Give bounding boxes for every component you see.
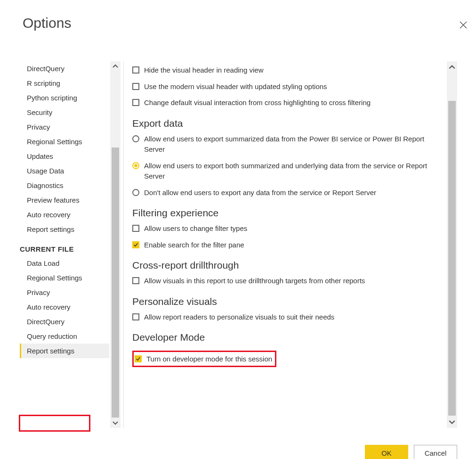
export-option-summarized[interactable]: Allow end users to export summarized dat…	[132, 134, 444, 155]
checkmark-icon	[133, 242, 138, 248]
sidebar-item-regional-settings-file[interactable]: Regional Settings	[20, 270, 109, 285]
sidebar-item-r-scripting[interactable]: R scripting	[20, 76, 109, 90]
cancel-button[interactable]: Cancel	[414, 445, 457, 459]
sidebar-item-python-scripting[interactable]: Python scripting	[20, 90, 109, 105]
checkbox[interactable]	[132, 225, 139, 232]
option-personalize-visuals[interactable]: Allow report readers to personalize visu…	[132, 312, 444, 323]
sidebar-scroll: DirectQuery R scripting Python scripting…	[20, 61, 121, 428]
option-cross-filtering[interactable]: Change default visual interaction from c…	[132, 98, 444, 108]
sidebar-scroll-up[interactable]	[110, 61, 121, 72]
sidebar-item-regional-settings[interactable]: Regional Settings	[20, 134, 109, 149]
option-label: Don't allow end users to export any data…	[144, 188, 376, 198]
sidebar-scroll-down[interactable]	[110, 418, 121, 428]
dialog-footer: OK Cancel	[365, 445, 457, 459]
ok-button[interactable]: OK	[365, 445, 408, 459]
radio[interactable]	[132, 189, 139, 196]
close-icon	[459, 21, 468, 29]
section-filtering: Filtering experience	[132, 207, 444, 219]
sidebar-scroll-thumb[interactable]	[112, 148, 119, 418]
option-label: Turn on developer mode for this session	[146, 354, 272, 365]
chevron-up-icon	[112, 63, 119, 70]
close-button[interactable]	[459, 21, 468, 31]
sidebar: DirectQuery R scripting Python scripting…	[20, 61, 121, 428]
section-drillthrough: Cross-report drillthrough	[132, 260, 444, 271]
highlight-developer-mode: Turn on developer mode for this session	[132, 351, 276, 367]
sidebar-item-directquery[interactable]: DirectQuery	[20, 61, 109, 76]
sidebar-item-auto-recovery[interactable]: Auto recovery	[20, 207, 109, 222]
checkbox[interactable]	[132, 83, 139, 90]
sidebar-item-privacy[interactable]: Privacy	[20, 120, 109, 134]
sidebar-item-privacy-file[interactable]: Privacy	[20, 285, 109, 300]
option-hide-visual-header[interactable]: Hide the visual header in reading view	[132, 65, 444, 76]
option-enable-search-filter[interactable]: Enable search for the filter pane	[132, 240, 444, 251]
vertical-divider	[123, 61, 124, 428]
sidebar-item-security[interactable]: Security	[20, 105, 109, 120]
section-developer-mode: Developer Mode	[132, 332, 444, 343]
main-scrollbar[interactable]	[447, 61, 457, 428]
dialog-body: DirectQuery R scripting Python scripting…	[20, 61, 457, 428]
main-scroll-down[interactable]	[447, 416, 457, 428]
sidebar-item-report-settings-global[interactable]: Report settings	[20, 222, 109, 237]
dialog-title: Options	[23, 15, 476, 31]
sidebar-item-data-load[interactable]: Data Load	[20, 256, 109, 270]
checkbox[interactable]	[132, 99, 139, 106]
sidebar-item-auto-recovery-file[interactable]: Auto recovery	[20, 300, 109, 314]
sidebar-item-usage-data[interactable]: Usage Data	[20, 164, 109, 178]
main-scroll-up[interactable]	[447, 61, 457, 74]
option-label: Allow visuals in this report to use dril…	[144, 276, 365, 287]
chevron-down-icon	[448, 418, 456, 426]
main-panel: Hide the visual header in reading view U…	[132, 61, 457, 428]
export-option-none[interactable]: Don't allow end users to export any data…	[132, 188, 444, 198]
checkbox[interactable]	[132, 313, 139, 320]
sidebar-item-diagnostics[interactable]: Diagnostics	[20, 178, 109, 193]
option-allow-change-filter[interactable]: Allow users to change filter types	[132, 223, 444, 234]
sidebar-scrollbar[interactable]	[110, 61, 121, 428]
option-label: Use the modern visual header with update…	[144, 82, 327, 92]
checkbox[interactable]	[132, 241, 139, 248]
sidebar-item-report-settings-file[interactable]: Report settings	[20, 344, 109, 358]
option-label: Change default visual interaction from c…	[144, 98, 371, 108]
option-label: Hide the visual header in reading view	[144, 65, 263, 76]
sidebar-item-query-reduction[interactable]: Query reduction	[20, 329, 109, 344]
option-modern-visual-header[interactable]: Use the modern visual header with update…	[132, 82, 444, 92]
checkbox[interactable]	[135, 355, 142, 362]
options-dialog: Options DirectQuery R scripting Python s…	[0, 15, 476, 459]
radio[interactable]	[132, 162, 139, 169]
sidebar-item-directquery-file[interactable]: DirectQuery	[20, 314, 109, 329]
export-option-both[interactable]: Allow end users to export both summarize…	[132, 161, 444, 182]
option-label: Allow report readers to personalize visu…	[144, 312, 334, 323]
sidebar-item-updates[interactable]: Updates	[20, 149, 109, 164]
sidebar-item-preview-features[interactable]: Preview features	[20, 193, 109, 207]
section-personalize: Personalize visuals	[132, 296, 444, 307]
main-scroll-thumb[interactable]	[448, 101, 456, 416]
sidebar-group-current-file: CURRENT FILE	[20, 237, 109, 256]
option-label: Allow users to change filter types	[144, 223, 247, 234]
option-label: Enable search for the filter pane	[144, 240, 244, 251]
chevron-up-icon	[448, 64, 456, 71]
option-drillthrough[interactable]: Allow visuals in this report to use dril…	[132, 276, 444, 287]
checkmark-icon	[136, 356, 141, 362]
option-label: Allow end users to export both summarize…	[144, 161, 444, 182]
radio[interactable]	[132, 135, 139, 142]
option-label: Allow end users to export summarized dat…	[144, 134, 444, 155]
option-developer-mode[interactable]: Turn on developer mode for this session	[135, 354, 272, 365]
section-export-data: Export data	[132, 118, 444, 129]
checkbox[interactable]	[132, 277, 139, 284]
checkbox[interactable]	[132, 66, 139, 74]
chevron-down-icon	[112, 419, 119, 426]
